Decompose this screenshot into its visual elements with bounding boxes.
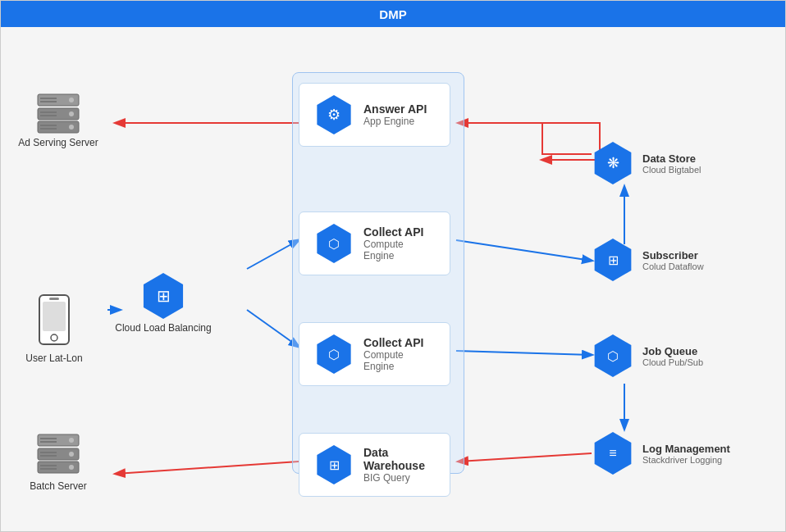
user-latlon-node: User Lat-Lon — [13, 293, 95, 366]
ad-serving-node: Ad Serving Server — [9, 93, 107, 150]
data-store-text: Data Store Cloud Bigtabel — [642, 152, 701, 175]
log-mgmt-text: Log Management Stackdriver Logging — [642, 443, 730, 465]
server-icon-batch — [34, 433, 83, 477]
collect-api-1-title: Collect API — [363, 225, 435, 239]
title-bar: DMP — [1, 1, 785, 27]
log-mgmt-title: Log Management — [642, 443, 730, 455]
collect-api-1-hex: ⬡ — [314, 224, 354, 263]
svg-point-30 — [69, 452, 74, 457]
job-queue-subtitle: Cloud Pub/Sub — [642, 357, 703, 367]
app-window: DMP — [0, 0, 786, 532]
log-mgmt-subtitle: Stackdriver Logging — [642, 455, 730, 465]
svg-rect-20 — [40, 125, 57, 126]
subscriber-title: Subscriber — [642, 249, 704, 261]
app-title: DMP — [379, 7, 406, 21]
answer-api-card: ⚙ Answer API App Engine — [299, 83, 450, 147]
cloud-lb-node: ⊞ Cloud Load Balancing — [114, 273, 212, 335]
answer-api-icon: ⚙ — [327, 106, 340, 124]
ad-serving-label: Ad Serving Server — [18, 137, 98, 150]
subscriber-hex: ⊞ — [592, 239, 634, 281]
server-icon-ad — [34, 93, 83, 134]
svg-line-4 — [456, 240, 592, 261]
data-warehouse-title: Data Warehouse — [363, 446, 435, 472]
answer-api-title: Answer API — [363, 102, 427, 116]
cloud-lb-hex: ⊞ — [140, 273, 186, 319]
job-queue-icon: ⬡ — [607, 348, 619, 364]
data-store-hex: ❋ — [592, 142, 634, 184]
svg-rect-16 — [40, 98, 57, 99]
svg-rect-37 — [40, 468, 57, 470]
log-mgmt-icon: ≡ — [609, 446, 616, 461]
collect-api-2-title: Collect API — [363, 336, 435, 349]
svg-line-1 — [247, 240, 299, 269]
collect-api-1-card: ⬡ Collect API Compute Engine — [299, 211, 450, 275]
svg-line-9 — [116, 462, 299, 474]
svg-rect-34 — [40, 452, 57, 453]
data-store-subtitle: Cloud Bigtabel — [642, 165, 701, 175]
subscriber-subtitle: Colud Dataflow — [642, 261, 704, 271]
job-queue-text: Job Queue Cloud Pub/Sub — [642, 345, 703, 367]
svg-rect-32 — [40, 438, 57, 439]
collect-api-2-text: Collect API Compute Engine — [363, 336, 435, 372]
job-queue-hex: ⬡ — [592, 334, 634, 377]
collect-api-2-hex: ⬡ — [314, 334, 354, 374]
svg-rect-33 — [40, 441, 57, 443]
data-warehouse-card: ⊞ Data Warehouse BIG Query — [299, 433, 450, 497]
svg-rect-18 — [40, 111, 57, 113]
collect-api-1-subtitle: Compute Engine — [363, 239, 435, 261]
svg-rect-35 — [40, 455, 57, 457]
batch-server-label: Batch Server — [30, 480, 86, 493]
data-warehouse-text: Data Warehouse BIG Query — [363, 446, 435, 484]
job-queue-title: Job Queue — [642, 345, 703, 357]
answer-api-text: Answer API App Engine — [363, 102, 427, 127]
phone-icon — [38, 293, 71, 349]
svg-rect-36 — [40, 465, 57, 466]
cloud-lb-label: Cloud Load Balancing — [115, 322, 211, 335]
user-latlon-label: User Lat-Lon — [25, 352, 82, 366]
answer-api-hex: ⚙ — [314, 95, 354, 134]
data-store-icon: ❋ — [607, 154, 619, 172]
cloud-lb-icon: ⊞ — [157, 286, 171, 306]
collect-api-2-subtitle: Compute Engine — [363, 349, 435, 372]
data-store-title: Data Store — [642, 152, 701, 165]
subscriber-icon: ⊞ — [608, 252, 619, 268]
svg-rect-21 — [40, 128, 57, 130]
data-warehouse-hex: ⊞ — [314, 445, 354, 484]
svg-line-2 — [247, 310, 299, 347]
svg-line-5 — [456, 351, 592, 355]
svg-rect-25 — [49, 298, 59, 300]
svg-rect-17 — [40, 101, 57, 102]
canvas: Ad Serving Server ⚙ Answer API App Engin… — [1, 27, 785, 531]
data-warehouse-icon: ⊞ — [329, 457, 340, 473]
data-warehouse-subtitle: BIG Query — [363, 472, 435, 484]
collect-api-1-icon: ⬡ — [328, 236, 340, 252]
collect-api-2-card: ⬡ Collect API Compute Engine — [299, 322, 450, 386]
svg-rect-19 — [40, 115, 57, 116]
data-store-node: ❋ Data Store Cloud Bigtabel — [592, 142, 701, 184]
svg-rect-23 — [43, 302, 66, 331]
svg-point-31 — [69, 465, 74, 470]
collect-api-2-icon: ⬡ — [328, 347, 340, 362]
collect-api-1-text: Collect API Compute Engine — [363, 225, 435, 261]
log-mgmt-hex: ≡ — [592, 432, 634, 475]
job-queue-node: ⬡ Job Queue Cloud Pub/Sub — [592, 334, 703, 377]
batch-server-node: Batch Server — [9, 433, 107, 493]
svg-point-14 — [69, 111, 74, 116]
svg-point-15 — [69, 125, 74, 130]
log-mgmt-node: ≡ Log Management Stackdriver Logging — [592, 432, 730, 475]
svg-point-29 — [69, 438, 74, 443]
svg-line-8 — [459, 453, 592, 462]
subscriber-text: Subscriber Colud Dataflow — [642, 249, 704, 271]
subscriber-node: ⊞ Subscriber Colud Dataflow — [592, 239, 704, 281]
svg-point-13 — [69, 98, 74, 102]
answer-api-subtitle: App Engine — [363, 116, 427, 127]
